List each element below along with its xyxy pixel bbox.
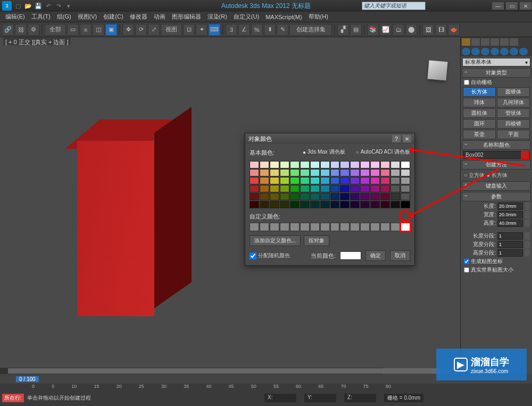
- add-custom-color-button[interactable]: 添加自定义颜色...: [250, 235, 301, 246]
- color-swatch[interactable]: [290, 193, 300, 200]
- color-swatch[interactable]: [401, 201, 410, 208]
- color-swatch[interactable]: [300, 177, 310, 184]
- lights-icon[interactable]: [481, 48, 489, 55]
- snap-3-icon[interactable]: 3: [226, 24, 237, 36]
- object-name-input[interactable]: Box002: [463, 151, 530, 159]
- color-swatch[interactable]: [260, 169, 269, 176]
- color-swatch[interactable]: [380, 161, 390, 168]
- select-region-icon[interactable]: ◫: [93, 24, 104, 36]
- color-swatch[interactable]: [380, 201, 390, 208]
- color-swatch[interactable]: [350, 185, 360, 192]
- color-swatch[interactable]: [370, 161, 380, 168]
- color-swatch[interactable]: [340, 193, 350, 200]
- color-swatch[interactable]: [401, 161, 410, 168]
- color-swatch[interactable]: [370, 201, 380, 208]
- color-swatch[interactable]: [260, 193, 269, 200]
- custom-swatch[interactable]: [350, 223, 360, 231]
- custom-swatch[interactable]: [320, 223, 330, 231]
- color-swatch[interactable]: [360, 169, 370, 176]
- cancel-button[interactable]: 取消: [390, 250, 410, 261]
- color-swatch[interactable]: [350, 193, 360, 200]
- frame-indicator[interactable]: 0 / 100: [16, 376, 39, 382]
- custom-swatch[interactable]: [340, 223, 350, 231]
- dialog-titlebar[interactable]: 对象颜色 ?✕: [245, 133, 414, 144]
- color-swatch[interactable]: [350, 177, 360, 184]
- selection-filter-dropdown[interactable]: 全部: [45, 24, 66, 36]
- menu-create[interactable]: 创建(C): [101, 12, 125, 22]
- object-color-swatch[interactable]: [521, 151, 529, 159]
- color-swatch[interactable]: [270, 169, 279, 176]
- menu-animation[interactable]: 动画: [152, 12, 168, 22]
- color-swatch[interactable]: [330, 185, 340, 192]
- custom-swatch[interactable]: [250, 223, 259, 231]
- color-swatch[interactable]: [360, 185, 370, 192]
- realworld-checkbox[interactable]: [464, 267, 469, 273]
- color-swatch[interactable]: [260, 201, 269, 208]
- creation-method-header[interactable]: −创建方法: [462, 160, 531, 170]
- primitive-type-dropdown[interactable]: 标准基本体▾: [462, 58, 530, 66]
- spinner-snap-icon[interactable]: ⬍: [264, 24, 276, 36]
- mirror-icon[interactable]: ▞: [337, 24, 349, 36]
- menu-view[interactable]: 视图(V): [76, 12, 99, 22]
- dialog-help-icon[interactable]: ?: [392, 135, 401, 142]
- color-swatch[interactable]: [390, 185, 400, 192]
- torus-button[interactable]: 圆环: [463, 119, 496, 129]
- color-swatch[interactable]: [390, 169, 400, 176]
- keyboard-entry-header[interactable]: +键盘输入: [462, 181, 531, 191]
- custom-swatch[interactable]: [260, 223, 269, 231]
- color-swatch[interactable]: [260, 177, 269, 184]
- color-swatch[interactable]: [350, 201, 360, 208]
- spacewarp-icon[interactable]: [510, 48, 518, 55]
- tube-button[interactable]: 管状体: [497, 108, 530, 118]
- color-swatch[interactable]: [330, 177, 340, 184]
- box-radio[interactable]: ● 长方体: [487, 172, 508, 179]
- color-swatch[interactable]: [360, 193, 370, 200]
- schematic-icon[interactable]: 🗂: [393, 24, 404, 36]
- pivot-icon[interactable]: ⊡: [183, 24, 195, 36]
- color-swatch[interactable]: [270, 177, 279, 184]
- color-swatch[interactable]: [280, 161, 289, 168]
- ref-coord-dropdown[interactable]: 视图: [161, 24, 182, 36]
- custom-swatch[interactable]: [380, 223, 390, 231]
- color-swatch[interactable]: [280, 177, 289, 184]
- color-swatch[interactable]: [360, 161, 370, 168]
- color-swatch[interactable]: [270, 161, 279, 168]
- assign-random-checkbox[interactable]: 分配随机颜色: [250, 252, 290, 259]
- geosphere-button[interactable]: 几何球体: [497, 98, 530, 107]
- color-swatch[interactable]: [390, 161, 400, 168]
- color-swatch[interactable]: [360, 177, 370, 184]
- color-swatch[interactable]: [330, 201, 340, 208]
- color-swatch[interactable]: [310, 185, 320, 192]
- new-icon[interactable]: ▢: [14, 2, 22, 10]
- color-swatch[interactable]: [290, 169, 300, 176]
- color-swatch[interactable]: [300, 161, 310, 168]
- color-swatch[interactable]: [340, 169, 350, 176]
- geometry-icon[interactable]: [462, 48, 470, 55]
- color-swatch[interactable]: [290, 185, 300, 192]
- color-swatch[interactable]: [260, 161, 269, 168]
- display-tab-icon[interactable]: [500, 38, 509, 46]
- color-swatch[interactable]: [370, 193, 380, 200]
- color-swatch[interactable]: [401, 185, 410, 192]
- menu-help[interactable]: 帮助(H): [306, 12, 330, 22]
- color-swatch[interactable]: [370, 185, 380, 192]
- shapes-icon[interactable]: [471, 48, 480, 55]
- menu-edit[interactable]: 编辑(E): [3, 12, 27, 22]
- color-swatch[interactable]: [330, 161, 340, 168]
- cube-radio[interactable]: ○ 立方体: [464, 172, 485, 179]
- render-icon[interactable]: 🫖: [448, 24, 460, 36]
- select-name-icon[interactable]: ≡: [80, 24, 92, 36]
- color-swatch[interactable]: [310, 169, 320, 176]
- undo-icon[interactable]: ↶: [44, 2, 53, 10]
- autocad-palette-radio[interactable]: ○ AutoCAD ACI 调色板: [356, 148, 410, 156]
- color-swatch[interactable]: [250, 185, 259, 192]
- move-icon[interactable]: ✥: [122, 24, 134, 36]
- color-swatch[interactable]: [380, 185, 390, 192]
- custom-swatch[interactable]: [280, 223, 289, 231]
- menu-render[interactable]: 渲染(R): [205, 12, 229, 22]
- custom-swatch[interactable]: [330, 223, 340, 231]
- color-swatch[interactable]: [320, 161, 330, 168]
- select-icon[interactable]: ▭: [67, 24, 79, 36]
- window-crossing-icon[interactable]: ▣: [105, 24, 117, 36]
- name-color-header[interactable]: −名称和颜色: [462, 140, 531, 150]
